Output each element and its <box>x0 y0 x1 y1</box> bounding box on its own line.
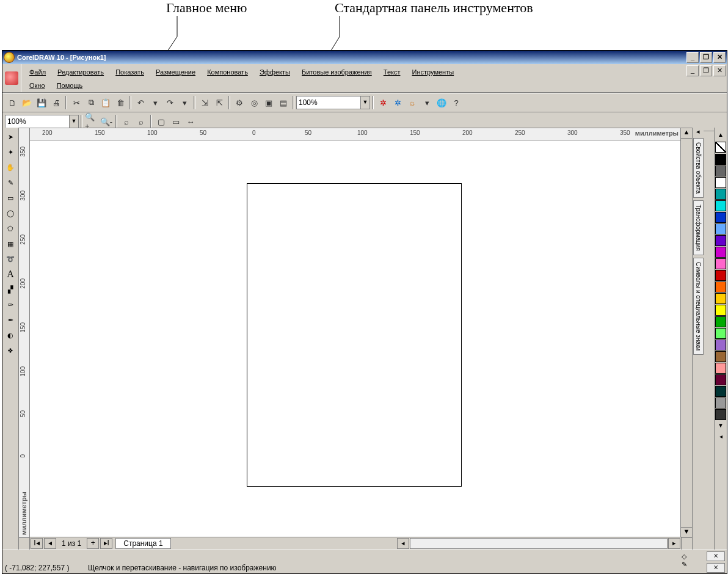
hand-tool-icon[interactable]: ✋ <box>3 160 18 175</box>
color-swatch[interactable] <box>715 165 726 176</box>
no-outline-status-icon[interactable]: ⨯ <box>707 563 725 573</box>
zoom-out-icon[interactable]: 🔍- <box>99 114 114 129</box>
snap1-icon[interactable]: ✲ <box>376 95 390 110</box>
color-swatch[interactable] <box>715 293 726 304</box>
export-icon[interactable]: ⇱ <box>212 95 227 110</box>
menu-show[interactable]: Показать <box>111 65 149 79</box>
cut-icon[interactable]: ✂ <box>69 95 84 110</box>
new-icon[interactable]: 🗋 <box>5 95 20 110</box>
menubar-icon[interactable] <box>2 64 21 92</box>
prev-page-button[interactable]: ◂ <box>44 538 56 549</box>
next-page-button[interactable]: ▸І <box>100 538 112 549</box>
color-swatch[interactable] <box>715 154 726 165</box>
vertical-ruler[interactable]: миллиметры 350300250200150100500 <box>18 128 31 538</box>
palette-down-icon[interactable]: ▼ <box>716 422 726 431</box>
page-tab[interactable]: Страница 1 <box>115 538 170 549</box>
script-icon[interactable]: ▾ <box>420 95 434 110</box>
color-swatch[interactable] <box>715 247 726 258</box>
graph-tool-icon[interactable]: ▦ <box>3 236 18 251</box>
color-swatch[interactable] <box>715 386 726 397</box>
restore-button[interactable]: ❐ <box>700 52 712 63</box>
color-swatch[interactable] <box>715 363 726 374</box>
interactive-fill-icon[interactable]: ❖ <box>3 343 18 358</box>
outline-tool-icon[interactable]: ✒ <box>3 313 18 327</box>
minimize-button[interactable]: _ <box>686 52 699 63</box>
horizontal-ruler[interactable]: миллиметры 20015010050050100150200250300… <box>29 128 682 141</box>
polygon-tool-icon[interactable]: ⬠ <box>3 221 18 236</box>
pick-tool-icon[interactable]: ➤ <box>3 129 18 144</box>
zoom-actual-icon[interactable]: ⌕ <box>119 114 134 129</box>
menu-help[interactable]: Помощь <box>52 79 88 92</box>
snap2-icon[interactable]: ✲ <box>390 95 405 110</box>
text-tool-icon[interactable]: A <box>3 267 18 282</box>
menu-effects[interactable]: Эффекты <box>255 65 295 79</box>
no-fill-swatch[interactable] <box>715 142 726 153</box>
redo-icon[interactable]: ↷ <box>162 95 177 110</box>
interactive-tool-icon[interactable]: ▞ <box>3 282 18 297</box>
zoom-sel-icon[interactable]: ⌕ <box>134 114 148 129</box>
menu-bitmap[interactable]: Битовые изображения <box>297 65 377 79</box>
color-swatch[interactable] <box>715 189 726 200</box>
print-icon[interactable]: 🖨 <box>49 95 64 110</box>
color-swatch[interactable] <box>715 316 726 327</box>
fill-indicator-icon[interactable]: ◇ <box>666 553 702 561</box>
palette-flyout-icon[interactable]: ◂ <box>716 433 726 441</box>
zoom-in-icon[interactable]: 🔍+ <box>84 114 99 129</box>
delete-icon[interactable]: 🗑 <box>113 95 128 110</box>
view-zoom-dd-icon[interactable]: ▼ <box>70 115 79 128</box>
docker-properties[interactable]: Свойства объекта <box>693 138 704 198</box>
drawing-page[interactable] <box>247 183 462 487</box>
paste-icon[interactable]: 📋 <box>98 95 113 110</box>
menu-arrange[interactable]: Компоновать <box>202 65 253 79</box>
title-bar[interactable]: CorelDRAW 10 - [Рисунок1] _ ❐ ✕ <box>2 51 727 64</box>
undo-dd-icon[interactable]: ▾ <box>148 95 162 110</box>
app3-icon[interactable]: ▤ <box>276 95 291 110</box>
color-swatch[interactable] <box>715 328 726 339</box>
docker-transform[interactable]: Трансформация <box>693 200 704 255</box>
menu-file[interactable]: Файл <box>24 65 51 79</box>
menu-text[interactable]: Текст <box>379 65 406 79</box>
open-icon[interactable]: 📂 <box>20 95 34 110</box>
copy-icon[interactable]: ⧉ <box>84 95 98 110</box>
close-button[interactable]: ✕ <box>713 52 726 63</box>
hscroll-left-icon[interactable]: ◂ <box>397 538 409 549</box>
color-swatch[interactable] <box>715 235 726 246</box>
rectangle-tool-icon[interactable]: ▭ <box>3 191 18 205</box>
web-icon[interactable]: ☼ <box>405 95 420 110</box>
no-fill-status-icon[interactable]: ⨯ <box>707 551 725 561</box>
color-swatch[interactable] <box>715 351 726 362</box>
view-zoom-input[interactable] <box>5 115 70 128</box>
mdi-restore-button[interactable]: ❐ <box>700 65 712 76</box>
help-icon[interactable]: ? <box>449 95 464 110</box>
palette-up-icon[interactable]: ▲ <box>716 131 726 140</box>
vertical-scrollbar[interactable]: ▲ ▼ <box>680 128 693 538</box>
zoom-dropdown-icon[interactable]: ▼ <box>361 96 370 109</box>
zoom-page-icon[interactable]: ▭ <box>169 114 183 129</box>
zoom-width-icon[interactable]: ↔ <box>183 114 198 129</box>
internet-icon[interactable]: 🌐 <box>434 95 449 110</box>
freehand-tool-icon[interactable]: ✎ <box>3 175 18 190</box>
docker-symbols[interactable]: Символы и специальные знаки <box>693 258 704 355</box>
color-swatch[interactable] <box>715 409 726 420</box>
eyedropper-tool-icon[interactable]: ✑ <box>3 297 18 312</box>
menu-window[interactable]: Окно <box>24 79 50 92</box>
menu-edit[interactable]: Редактировать <box>53 65 109 79</box>
save-icon[interactable]: 💾 <box>34 95 49 110</box>
color-swatch[interactable] <box>715 374 726 385</box>
shape-tool-icon[interactable]: ✦ <box>3 145 18 159</box>
color-swatch[interactable] <box>715 398 726 409</box>
color-swatch[interactable] <box>715 223 726 234</box>
color-swatch[interactable] <box>715 200 726 211</box>
launch-icon[interactable]: ⚙ <box>232 95 247 110</box>
color-swatch[interactable] <box>715 340 726 351</box>
spiral-tool-icon[interactable]: ➰ <box>3 252 18 266</box>
mdi-minimize-button[interactable]: _ <box>686 65 699 76</box>
color-swatch[interactable] <box>715 305 726 316</box>
first-page-button[interactable]: І◂ <box>31 538 43 549</box>
menu-tools[interactable]: Инструменты <box>407 65 459 79</box>
import-icon[interactable]: ⇲ <box>197 95 212 110</box>
menu-layout[interactable]: Размещение <box>151 65 200 79</box>
color-swatch[interactable] <box>715 177 726 188</box>
color-swatch[interactable] <box>715 270 726 281</box>
hscroll-right-icon[interactable]: ▸ <box>668 538 680 549</box>
